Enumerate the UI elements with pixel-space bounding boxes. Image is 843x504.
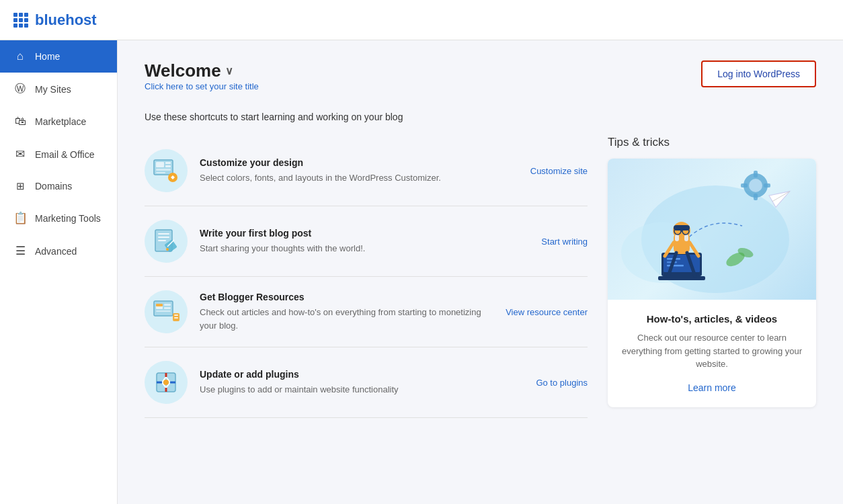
sidebar-item-marketing-label: Marketing Tools [35,213,101,224]
tips-card-body: How-to's, articles, & videos Check out o… [608,300,816,407]
shortcut-write-desc: Start sharing your thoughts with the wor… [200,242,522,255]
svg-point-33 [749,179,762,192]
layout: ⌂ Home Ⓦ My Sites 🛍 Marketplace ✉ Email … [0,40,843,504]
shortcut-resources-title: Get Blogger Resources [200,292,487,302]
shortcut-item-write: Write your first blog post Start sharing… [145,206,588,277]
shortcuts-list: Customize your design Select colors, fon… [145,136,588,418]
svg-rect-51 [684,235,688,241]
svg-rect-5 [156,172,165,173]
sidebar: ⌂ Home Ⓦ My Sites 🛍 Marketplace ✉ Email … [0,40,118,504]
svg-rect-3 [165,165,171,167]
shortcut-customize-info: Customize your design Select colors, fon… [200,157,512,185]
wordpress-icon: Ⓦ [13,82,27,96]
shortcut-plugins-title: Update or add plugins [200,369,517,380]
svg-rect-8 [158,233,169,235]
svg-rect-22 [174,317,178,319]
sidebar-item-my-sites-label: My Sites [35,84,71,95]
main-content: Welcome ∨ Click here to set your site ti… [118,40,843,504]
svg-rect-35 [754,194,758,200]
svg-rect-21 [174,314,178,316]
svg-rect-37 [764,183,770,187]
shortcut-plugins-info: Update or add plugins Use plugins to add… [200,369,517,396]
sidebar-item-marketplace[interactable]: 🛍 Marketplace [0,106,117,138]
svg-rect-46 [658,276,705,280]
logo-grid-icon [13,13,28,28]
sidebar-item-email-office[interactable]: ✉ Email & Office [0,138,117,171]
tips-card-desc: Check out our resource center to learn e… [621,331,803,371]
sidebar-item-marketplace-label: Marketplace [35,116,86,127]
home-icon: ⌂ [13,50,27,63]
email-icon: ✉ [13,147,27,161]
sidebar-item-home[interactable]: ⌂ Home [0,40,117,73]
welcome-title: Welcome ∨ [145,60,259,81]
shortcuts-heading: Use these shortcuts to start learning an… [145,112,816,122]
sidebar-item-marketing-tools[interactable]: 📋 Marketing Tools [0,202,117,235]
write-blog-icon [145,220,188,263]
tips-panel: Tips & tricks [608,136,816,418]
svg-rect-16 [156,304,163,306]
shortcut-write-title: Write your first blog post [200,228,522,239]
svg-rect-18 [164,307,171,309]
header-row: Welcome ∨ Click here to set your site ti… [145,60,816,108]
shortcut-item-resources: Get Blogger Resources Check out articles… [145,277,588,347]
topbar: bluehost [0,0,843,40]
marketplace-icon: 🛍 [13,115,27,128]
customize-design-icon [145,149,188,192]
tips-card-subtitle: How-to's, articles, & videos [621,313,803,325]
learn-more-link[interactable]: Learn more [688,382,736,393]
shortcut-write-info: Write your first blog post Start sharing… [200,228,522,255]
advanced-icon: ☰ [13,244,27,258]
svg-rect-17 [164,304,171,306]
sidebar-item-domains[interactable]: ⊞ Domains [0,171,117,202]
svg-rect-9 [158,237,169,238]
marketing-icon: 📋 [13,211,27,225]
svg-point-13 [166,248,169,251]
resources-svg [151,297,181,327]
sidebar-item-advanced[interactable]: ☰ Advanced [0,235,117,267]
log-into-wordpress-button[interactable]: Log into WordPress [701,60,816,87]
shortcut-plugins-desc: Use plugins to add or maintain website f… [200,383,517,396]
sidebar-item-my-sites[interactable]: Ⓦ My Sites [0,73,117,106]
customize-svg [151,156,181,185]
tips-title: Tips & tricks [608,136,816,149]
shortcut-customize-desc: Select colors, fonts, and layouts in the… [200,171,512,185]
svg-rect-19 [156,310,171,312]
svg-rect-50 [675,235,679,241]
svg-rect-1 [156,162,164,167]
write-svg [151,226,181,256]
welcome-title-area: Welcome ∨ Click here to set your site ti… [145,60,259,108]
domains-icon: ⊞ [13,180,27,192]
view-resource-center-link[interactable]: View resource center [506,307,588,317]
start-writing-link[interactable]: Start writing [541,237,588,247]
logo-area: bluehost [13,11,97,29]
svg-rect-36 [741,183,748,187]
logo-text: bluehost [35,11,97,29]
plugins-svg [151,368,181,397]
svg-rect-10 [158,240,166,241]
svg-rect-2 [165,162,171,164]
svg-point-29 [163,380,169,385]
tips-illustration [608,159,816,300]
svg-rect-45 [667,265,684,267]
sidebar-item-email-label: Email & Office [35,149,94,160]
tips-image [608,159,816,300]
site-title-link[interactable]: Click here to set your site title [145,81,259,91]
svg-rect-34 [754,171,758,177]
shortcut-item-customize: Customize your design Select colors, fon… [145,136,588,206]
content-grid: Customize your design Select colors, fon… [145,136,816,418]
go-to-plugins-link[interactable]: Go to plugins [536,378,588,388]
customize-site-link[interactable]: Customize site [530,166,588,176]
plugins-icon [145,361,188,404]
welcome-chevron-icon[interactable]: ∨ [225,65,233,77]
sidebar-item-advanced-label: Advanced [35,246,77,257]
blogger-resources-icon [145,290,188,333]
tips-card: How-to's, articles, & videos Check out o… [608,159,816,407]
shortcut-customize-title: Customize your design [200,157,512,168]
sidebar-item-domains-label: Domains [35,181,72,192]
shortcut-resources-info: Get Blogger Resources Check out articles… [200,292,487,332]
sidebar-item-home-label: Home [35,51,60,62]
svg-rect-4 [156,169,171,171]
shortcut-resources-desc: Check out articles and how-to's on every… [200,306,487,332]
shortcut-item-plugins: Update or add plugins Use plugins to add… [145,347,588,418]
